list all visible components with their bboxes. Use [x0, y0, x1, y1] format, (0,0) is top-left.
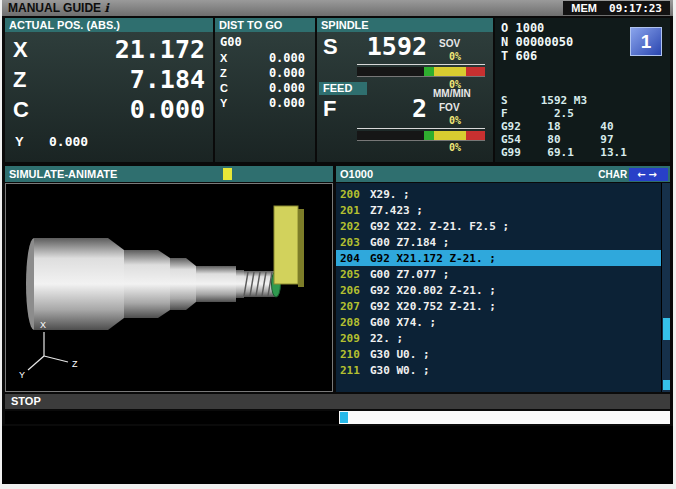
- modal-f-line: F 2.5: [501, 107, 574, 120]
- scrollbar-down-marker[interactable]: [663, 380, 670, 390]
- line-text: G92 X22. Z-21. F2.5 ;: [370, 220, 509, 233]
- actual-position-header: ACTUAL POS. (ABS.): [5, 18, 213, 32]
- program-line[interactable]: 210G30 U0. ;: [336, 346, 661, 362]
- cnc-screen: MANUAL GUIDEi MEM 09:17:23 ACTUAL POS. (…: [2, 0, 673, 484]
- part-cone-3: [186, 258, 196, 310]
- gauge-segment: [466, 131, 485, 140]
- line-number: 207: [336, 300, 370, 313]
- axis-letter: X: [13, 37, 28, 63]
- crt-photo-frame: MANUAL GUIDEi MEM 09:17:23 ACTUAL POS. (…: [0, 0, 676, 489]
- part-step: [236, 270, 244, 298]
- axis-letter: Y: [220, 97, 227, 109]
- line-number: 206: [336, 284, 370, 297]
- app-title-i: i: [104, 1, 109, 15]
- program-line[interactable]: 200X29. ;: [336, 186, 661, 202]
- axis-value: 0.000: [49, 134, 88, 149]
- left-right-arrows-icon: ←→: [629, 168, 668, 181]
- titlebar-status-cluster: MEM 09:17:23: [563, 1, 670, 15]
- line-text: X29. ;: [370, 188, 410, 201]
- gauge-segment: [424, 131, 434, 140]
- program-line[interactable]: 202G92 X22. Z-21. F2.5 ;: [336, 218, 661, 234]
- program-lines: 200X29. ; 201Z7.423 ; 202G92 X22. Z-21. …: [336, 183, 661, 378]
- feed-unit: MM/MIN: [433, 88, 471, 99]
- program-header-bar: O1000 CHAR ←→: [336, 166, 670, 182]
- gauge-segment: [357, 131, 424, 140]
- program-info-panel: O 1000 N 00000050 T 606 1 S 1592 M3 F 2.…: [495, 18, 670, 162]
- part-cone-2: [158, 250, 170, 318]
- simulate-title: SIMULATE-ANIMATE: [9, 166, 117, 182]
- char-mode-indicator: CHAR ←→: [598, 167, 668, 181]
- part-cylinder-3: [170, 258, 186, 310]
- program-line[interactable]: 201Z7.423 ;: [336, 202, 661, 218]
- modal-g92-line: G92 18 40: [501, 120, 614, 133]
- modal-s-line: S 1592 M3: [501, 94, 587, 107]
- axis-row-x: X 21.172: [5, 34, 213, 64]
- line-number: 210: [336, 348, 370, 361]
- program-line[interactable]: 203G00 Z7.184 ;: [336, 234, 661, 250]
- dist-row-c: C 0.000: [215, 81, 315, 96]
- sov-label: SOV: [439, 38, 460, 49]
- gauge-segment: [466, 67, 485, 76]
- program-listing-window: 200X29. ; 201Z7.423 ; 202G92 X22. Z-21. …: [336, 183, 670, 392]
- program-number: O 1000: [501, 21, 544, 35]
- program-line[interactable]: 208G00 X74. ;: [336, 314, 661, 330]
- axis-row-y: Y 0.000: [5, 132, 213, 150]
- program-line[interactable]: 20922. ;: [336, 330, 661, 346]
- line-number: 204: [336, 252, 370, 265]
- machined-part-rendering: X Y Z: [6, 184, 332, 391]
- status-text: STOP: [11, 395, 41, 407]
- axis-letter: C: [13, 97, 29, 123]
- axis-row-c: C 0.000: [5, 94, 213, 124]
- simulate-header-bar: SIMULATE-ANIMATE: [5, 166, 333, 182]
- gauge-segment: [424, 67, 434, 76]
- feed-load-meter: [357, 131, 485, 141]
- axis-value: 0.000: [269, 81, 305, 95]
- program-line-current[interactable]: 204G92 X21.172 Z-21. ;: [336, 250, 661, 266]
- softkey-bar: ◀ REWIND START: [2, 426, 673, 484]
- app-title: MANUAL GUIDEi: [8, 1, 109, 15]
- spindle-speed: 1592: [327, 32, 427, 61]
- line-number: 211: [336, 364, 370, 377]
- scrollbar-thumb[interactable]: [663, 318, 670, 340]
- program-line[interactable]: 205G00 Z7.077 ;: [336, 266, 661, 282]
- axis-letter: Z: [13, 67, 26, 93]
- line-number: 203: [336, 236, 370, 249]
- tool-number: T 606: [501, 49, 537, 63]
- modal-g54-line: G54 80 97: [501, 133, 614, 146]
- line-text: G00 Z7.184 ;: [370, 236, 449, 249]
- line-text: G92 X20.802 Z-21. ;: [370, 284, 496, 297]
- line-number: 200: [336, 188, 370, 201]
- spindle-load-meter: [357, 67, 485, 77]
- char-label: CHAR: [598, 169, 627, 180]
- axis-label-z: Z: [72, 359, 78, 369]
- line-number: 201: [336, 204, 370, 217]
- axis-value: 21.172: [115, 35, 205, 64]
- key-in-row: [5, 411, 670, 424]
- dist-row-x: X 0.000: [215, 51, 315, 66]
- line-number: 202: [336, 220, 370, 233]
- axis-label-x: X: [40, 320, 46, 330]
- clock: 09:17:23: [609, 2, 662, 15]
- simulate-run-indicator: [223, 168, 232, 180]
- program-line[interactable]: 211G30 W0. ;: [336, 362, 661, 378]
- dist-to-go-panel: DIST TO GO G00 X 0.000 Z 0.000 C 0.000 Y…: [215, 18, 315, 162]
- axis-value: 0.000: [130, 95, 205, 124]
- program-title: O1000: [340, 166, 373, 182]
- program-line[interactable]: 206G92 X20.802 Z-21. ;: [336, 282, 661, 298]
- fov-value: 0%: [449, 115, 461, 126]
- part-cylinder-2: [124, 250, 158, 318]
- scrollbar[interactable]: [661, 183, 670, 392]
- machine-status-bar: STOP: [5, 394, 670, 409]
- actual-position-panel: ACTUAL POS. (ABS.) X 21.172 Z 7.184 C 0.…: [5, 18, 213, 162]
- key-in-buffer-field[interactable]: [339, 411, 670, 424]
- dist-to-go-header: DIST TO GO: [215, 18, 315, 32]
- program-line[interactable]: 207G92 X20.752 Z-21. ;: [336, 298, 661, 314]
- axis-letter: C: [220, 82, 228, 94]
- tool-block-side: [298, 209, 304, 287]
- gauge-segment: [434, 131, 466, 140]
- line-text: G30 W0. ;: [370, 364, 430, 377]
- line-text: G92 X20.752 Z-21. ;: [370, 300, 496, 313]
- axis-row-z: Z 7.184: [5, 64, 213, 94]
- sov-value: 0%: [449, 51, 461, 62]
- line-number: 208: [336, 316, 370, 329]
